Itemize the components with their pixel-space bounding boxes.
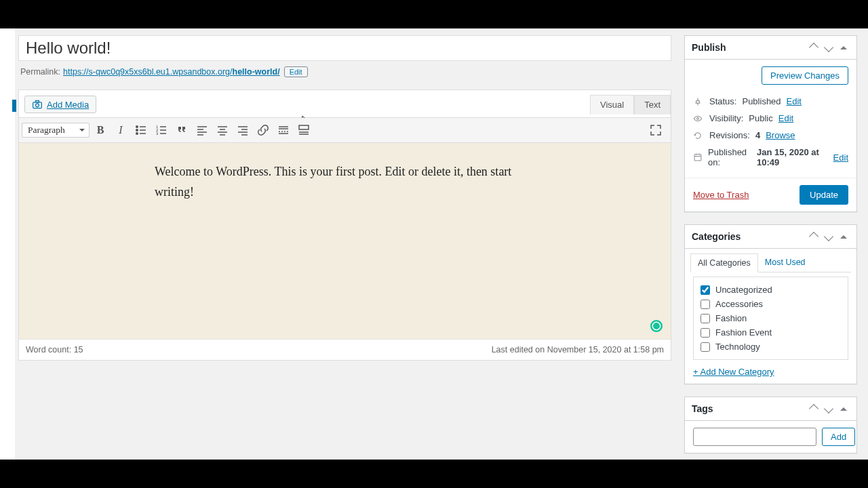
- calendar-icon: [693, 152, 703, 162]
- panel-move-down-icon[interactable]: [823, 230, 835, 243]
- panel-move-up-icon[interactable]: [808, 230, 820, 243]
- align-right-button[interactable]: [233, 121, 252, 140]
- revisions-count: 4: [755, 130, 760, 140]
- editor-box: Add Media Visual Text Paragraph B I 123: [18, 89, 671, 361]
- tags-title: Tags: [692, 403, 713, 414]
- add-media-button[interactable]: Add Media: [24, 96, 96, 113]
- italic-button[interactable]: I: [111, 121, 130, 140]
- svg-point-34: [697, 117, 699, 119]
- svg-text:3: 3: [156, 131, 159, 136]
- categories-panel: Categories All Categories Most Used Unca…: [684, 224, 857, 384]
- category-checkbox[interactable]: [701, 314, 710, 323]
- svg-rect-2: [36, 100, 39, 102]
- svg-rect-35: [694, 155, 701, 161]
- bullet-list-button[interactable]: [132, 121, 151, 140]
- align-left-button[interactable]: [193, 121, 212, 140]
- link-button[interactable]: [254, 121, 273, 140]
- revisions-icon: [693, 131, 704, 140]
- editor-canvas[interactable]: Welcome to WordPress. This is your first…: [19, 143, 671, 340]
- svg-point-1: [36, 104, 39, 107]
- category-list: Uncategorized Accessories Fashion Fashio…: [693, 277, 848, 360]
- post-title-input[interactable]: [18, 35, 671, 61]
- svg-rect-31: [299, 125, 309, 129]
- category-item[interactable]: Fashion: [701, 311, 841, 325]
- publish-panel: Publish Preview Changes Status: Publishe…: [684, 35, 857, 212]
- toolbar-toggle-button[interactable]: [294, 121, 313, 140]
- editor-main: Permalink: https://s-qwc0q9x5xs6bl.eu1.w…: [18, 35, 671, 361]
- categories-title: Categories: [692, 231, 741, 242]
- eye-icon: [693, 114, 704, 123]
- panel-move-up-icon[interactable]: [808, 41, 820, 54]
- tab-all-categories[interactable]: All Categories: [690, 253, 758, 272]
- grammarly-icon[interactable]: [650, 320, 663, 332]
- status-edit-link[interactable]: Edit: [787, 96, 802, 106]
- category-checkbox[interactable]: [701, 342, 710, 352]
- revisions-label: Revisions:: [709, 130, 750, 140]
- panel-toggle-icon[interactable]: [837, 230, 850, 243]
- svg-point-5: [136, 129, 138, 131]
- fullscreen-button[interactable]: [646, 121, 665, 140]
- tab-text[interactable]: Text: [634, 95, 671, 115]
- post-content: Welcome to WordPress. This is your first…: [155, 162, 535, 202]
- panel-move-up-icon[interactable]: [808, 403, 820, 415]
- published-edit-link[interactable]: Edit: [833, 152, 848, 163]
- visibility-edit-link[interactable]: Edit: [778, 113, 793, 123]
- last-edited: Last edited on November 15, 2020 at 1:58…: [492, 345, 664, 354]
- category-item[interactable]: Uncategorized: [701, 283, 841, 297]
- panel-move-down-icon[interactable]: [823, 41, 835, 54]
- tab-most-used[interactable]: Most Used: [757, 253, 813, 272]
- panel-move-down-icon[interactable]: [823, 403, 835, 415]
- permalink-label: Permalink:: [20, 67, 60, 77]
- category-checkbox[interactable]: [701, 328, 710, 338]
- published-value: Jan 15, 2020 at 10:49: [757, 147, 828, 167]
- format-select[interactable]: Paragraph: [22, 123, 90, 138]
- readmore-button[interactable]: [274, 121, 293, 140]
- tab-visual[interactable]: Visual: [590, 95, 634, 115]
- permalink-edit-button[interactable]: Edit: [284, 66, 308, 77]
- publish-title: Publish: [692, 42, 726, 53]
- editor-toolbar: Paragraph B I 123: [19, 118, 671, 143]
- category-item[interactable]: Fashion Event: [701, 325, 841, 340]
- svg-point-7: [136, 133, 138, 135]
- permalink-url[interactable]: https://s-qwc0q9x5xs6bl.eu1.wpsandbox.or…: [63, 67, 280, 77]
- align-center-button[interactable]: [213, 121, 232, 140]
- pin-icon: [693, 97, 704, 106]
- visibility-value: Public: [749, 113, 772, 123]
- status-label: Status:: [709, 96, 736, 106]
- visibility-label: Visibility:: [709, 113, 743, 123]
- panel-toggle-icon[interactable]: [837, 403, 850, 415]
- permalink-row: Permalink: https://s-qwc0q9x5xs6bl.eu1.w…: [20, 66, 671, 77]
- tag-input[interactable]: [693, 428, 816, 446]
- panel-toggle-icon[interactable]: [837, 41, 850, 54]
- revisions-browse-link[interactable]: Browse: [766, 130, 795, 140]
- preview-changes-button[interactable]: Preview Changes: [762, 66, 848, 85]
- add-new-category-link[interactable]: + Add New Category: [693, 367, 774, 377]
- tags-panel: Tags Add: [684, 396, 857, 453]
- number-list-button[interactable]: 123: [152, 121, 171, 140]
- add-tag-button[interactable]: Add: [822, 428, 855, 446]
- category-item[interactable]: Technology: [701, 340, 841, 354]
- admin-menu-strip: [0, 28, 15, 460]
- published-label: Published on:: [708, 147, 751, 167]
- editor-statusbar: Word count: 15 Last edited on November 1…: [19, 340, 671, 360]
- sidebar: Publish Preview Changes Status: Publishe…: [684, 35, 857, 460]
- svg-point-3: [136, 126, 138, 128]
- category-checkbox[interactable]: [701, 285, 710, 295]
- camera-icon: [32, 99, 43, 110]
- bold-button[interactable]: B: [91, 121, 110, 140]
- category-item[interactable]: Accessories: [701, 297, 841, 311]
- blockquote-button[interactable]: [172, 121, 191, 140]
- editor-mode-tabs: Visual Text: [590, 94, 671, 114]
- word-count: Word count: 15: [26, 345, 83, 354]
- category-checkbox[interactable]: [701, 300, 710, 309]
- update-button[interactable]: Update: [800, 185, 848, 205]
- move-to-trash-link[interactable]: Move to Trash: [693, 190, 749, 200]
- svg-rect-0: [33, 102, 42, 108]
- status-value: Published: [742, 96, 781, 106]
